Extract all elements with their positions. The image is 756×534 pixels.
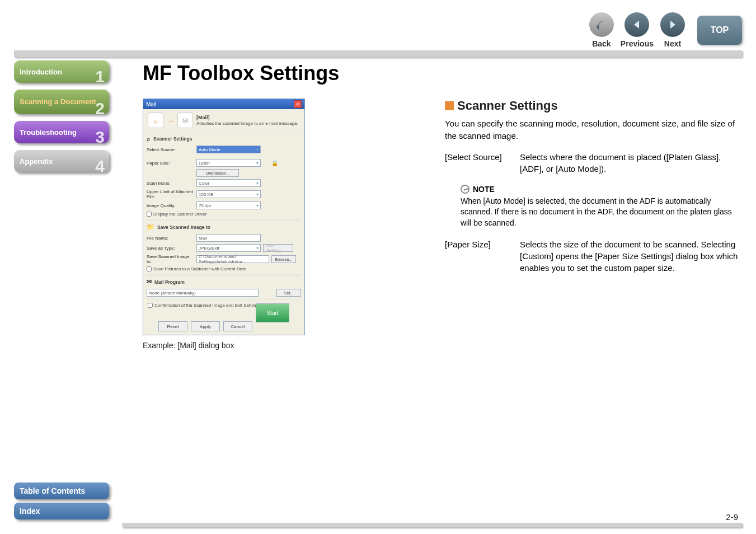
mail-program-header: Mail Program <box>154 279 185 285</box>
file-name-label: File Name: <box>147 236 194 241</box>
save-as-type-dropdown[interactable]: JPEG/Exif▾ <box>196 244 261 252</box>
previous-label: Previous <box>621 39 654 48</box>
confirmation-label: Confirmation of the Scanned Image and Ex… <box>154 303 260 308</box>
paper-size-desc: Selects the size of the document to be s… <box>520 238 739 274</box>
orientation-button[interactable]: Orientation... <box>196 169 239 177</box>
header-divider <box>14 50 742 57</box>
save-to-label: Save Scanned Image to: <box>147 254 194 264</box>
sidebar-num-3: 3 <box>95 128 105 147</box>
scanner-settings-intro: You can specify the scanning mode, resol… <box>445 118 739 142</box>
set-button[interactable]: Set... <box>276 289 301 297</box>
paper-size-dropdown[interactable]: Letter▾ <box>196 159 261 167</box>
select-source-desc: Selects where the document is placed ([P… <box>520 151 739 175</box>
heading-bullet-icon <box>445 101 454 110</box>
back-label: Back <box>592 39 611 48</box>
save-section-icon: 📁 <box>147 223 154 231</box>
previous-icon[interactable] <box>624 12 649 37</box>
arrow-icon: → <box>167 116 174 125</box>
scan-mode-dropdown[interactable]: Color▾ <box>196 179 261 187</box>
dialog-head-desc: Attaches the scanned image to an e-mail … <box>196 121 300 126</box>
sidebar-appendix[interactable]: Appendix 4 <box>14 150 109 172</box>
note-label: NOTE <box>473 185 495 194</box>
select-source-dropdown[interactable]: Auto Mode▾ <box>196 146 261 153</box>
lock-icon: 🔒 <box>263 160 287 166</box>
note-icon <box>459 183 471 195</box>
dialog-head-title: [Mail] <box>196 115 300 120</box>
sidebar-toc[interactable]: Table of Contents <box>14 483 109 499</box>
page-title: MF Toolbox Settings <box>143 62 739 85</box>
sidebar-appendix-label: Appendix <box>20 157 53 166</box>
browse-button[interactable]: Browse... <box>271 255 296 263</box>
save-section-header: Save Scanned Image to <box>157 224 210 230</box>
save-as-type-label: Save as Type: <box>147 246 194 251</box>
note-text: When [Auto Mode] is selected, the docume… <box>461 196 739 229</box>
select-source-label: Select Source: <box>147 147 194 152</box>
scan-mode-label: Scan Mode: <box>147 181 194 186</box>
upper-limit-dropdown[interactable]: 150 KB▾ <box>196 190 261 198</box>
sidebar-troubleshooting-label: Troubleshooting <box>20 128 77 137</box>
sidebar-introduction[interactable]: Introduction 1 <box>14 60 109 83</box>
dialog-caption: Example: [Mail] dialog box <box>143 341 322 350</box>
display-driver-checkbox[interactable] <box>147 212 152 217</box>
footer-divider <box>122 523 742 527</box>
page-number: 2-9 <box>726 512 738 522</box>
reset-button[interactable]: Reset <box>158 321 187 331</box>
scanner-section-icon: ⌕ <box>147 135 151 142</box>
confirmation-checkbox[interactable] <box>148 303 153 308</box>
next-icon[interactable] <box>660 12 685 37</box>
mail-icon: ✉ <box>177 113 193 128</box>
mail-program-value: None (Attach Manually) <box>147 289 259 297</box>
apply-button[interactable]: Apply <box>191 321 220 331</box>
image-quality-label: Image Quality: <box>147 203 194 208</box>
cancel-button[interactable]: Cancel <box>223 321 252 331</box>
display-driver-label: Display the Scanner Driver <box>153 212 206 217</box>
sidebar-scanning[interactable]: Scanning a Document 2 <box>14 90 109 114</box>
sidebar-introduction-label: Introduction <box>20 68 62 76</box>
sidebar-num-4: 4 <box>95 157 105 176</box>
save-to-input[interactable]: C:\Documents and Settings\Administrator <box>196 255 269 263</box>
select-source-term: [Select Source] <box>445 151 513 175</box>
mail-dialog: Mail × ⌕ → ✉ [Mail] Attaches the scanned… <box>143 99 305 335</box>
next-label: Next <box>664 39 681 48</box>
file-name-input[interactable]: Mail <box>196 234 261 242</box>
scanner-icon: ⌕ <box>148 113 163 128</box>
paper-size-label: Paper Size: <box>147 161 194 166</box>
scanner-settings-header: Scanner Settings <box>153 136 192 142</box>
save-subfolder-checkbox[interactable] <box>147 266 152 271</box>
start-button[interactable]: Start <box>256 303 289 322</box>
sidebar-troubleshooting[interactable]: Troubleshooting 3 <box>14 121 109 143</box>
close-icon[interactable]: × <box>294 100 302 108</box>
upper-limit-label: Upper Limit of Attached File: <box>147 189 194 199</box>
sidebar-num-2: 2 <box>95 99 105 118</box>
back-icon[interactable] <box>589 12 614 37</box>
mail-program-icon: ✉ <box>147 278 152 285</box>
sidebar-index[interactable]: Index <box>14 503 109 519</box>
dialog-title: Mail <box>146 101 156 107</box>
image-quality-dropdown[interactable]: 75 dpi▾ <box>196 202 261 209</box>
top-button[interactable]: TOP <box>697 16 742 45</box>
sidebar-scanning-label: Scanning a Document <box>20 98 96 106</box>
pdf-settings-button: PDF Settings... <box>263 244 293 252</box>
save-subfolder-label: Save Pictures to a Subfolder with Curren… <box>153 266 246 271</box>
scanner-settings-heading: Scanner Settings <box>445 99 739 113</box>
sidebar-num-1: 1 <box>95 67 105 86</box>
dialog-titlebar: Mail × <box>143 99 304 109</box>
paper-size-term: [Paper Size] <box>445 238 513 274</box>
